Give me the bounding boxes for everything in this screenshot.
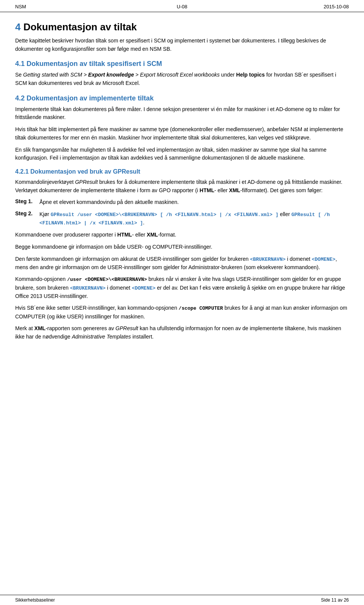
note1-html: HTML — [117, 232, 132, 238]
header-center: U-08 — [126, 4, 237, 9]
note4: Kommando-opsjonen /user <DOMENE>\<BRUKER… — [15, 275, 349, 300]
note6-xml: XML — [35, 325, 46, 331]
note3-brukernavn: <BRUKERNAVN> — [250, 257, 286, 262]
step-1: Steg 1. Åpne et elevert kommandovindu på… — [15, 198, 349, 207]
note1-xml: XML — [147, 232, 158, 238]
chapter-number: 4 — [15, 21, 20, 33]
scm-getting-started: Getting started with SCM > Export knowle… — [23, 72, 220, 78]
note5: Hvis SB´ene ikke setter USER-innstilling… — [15, 304, 349, 321]
step2-code1: GPResult /user <DOMENE>\<BRUKERNAVN> [ /… — [51, 212, 279, 218]
note3-domene: <DOMENE> — [312, 257, 335, 262]
chapter-title: Dokumentasjon av tiltak — [24, 21, 137, 33]
section-421-number: 4.2.1 — [15, 168, 29, 175]
section-42-heading: 4.2 Dokumentasjon av implementerte tilta… — [15, 94, 349, 102]
note6-templates: Administrative Templates — [72, 334, 131, 340]
footer-right: Side 11 av 26 — [182, 597, 349, 603]
section-421-intro: Kommandolinjeverktøyet GPResult brukes f… — [15, 178, 349, 194]
header-right: 2015-10-08 — [238, 4, 349, 9]
section-42-para3: En slik framgangsmåte har muligheten til… — [15, 146, 349, 162]
chapter-heading: 4 Dokumentasjon av tiltak — [15, 21, 349, 33]
step-1-text: Åpne et elevert kommandovindu på den akt… — [39, 198, 349, 207]
note4-option: /user <DOMENE>\<BRUKERNAVN> — [67, 277, 147, 282]
help-topics: Help topics — [236, 72, 265, 78]
footer-left: Sikkerhetsbaseliner — [15, 597, 182, 603]
section-41-body: Se Getting started with SCM > Export kno… — [15, 71, 349, 87]
note1: Kommandoene over produserer rapporter i … — [15, 231, 349, 239]
section-42-number: 4.2 — [15, 94, 25, 102]
page-header: NSM U-08 2015-10-08 — [0, 0, 364, 12]
step-2-label: Steg 2. — [15, 210, 38, 216]
page-footer: Sikkerhetsbaseliner Side 11 av 26 — [0, 595, 364, 605]
html-bold-intro: HTML — [199, 187, 214, 193]
note4-brukernavn: <BRUKERNAVN> — [70, 285, 106, 291]
xml-bold-intro: XML — [229, 187, 240, 193]
section-41-heading: 4.1 Dokumentasjon av tiltak spesifisert … — [15, 60, 349, 68]
note2: Begge kommandoene gir informasjon om båd… — [15, 243, 349, 251]
section-42-title: Dokumentasjon av implementerte tiltak — [27, 94, 154, 102]
page: NSM U-08 2015-10-08 4 Dokumentasjon av t… — [0, 0, 364, 605]
note3: Den første kommandoen gir informasjon om… — [15, 255, 349, 272]
step-1-label: Steg 1. — [15, 198, 38, 204]
header-left: NSM — [15, 4, 126, 9]
step-2: Steg 2. Kjør GPResult /user <DOMENE>\<BR… — [15, 210, 349, 227]
step-2-text: Kjør GPResult /user <DOMENE>\<BRUKERNAVN… — [39, 210, 349, 227]
note6-gpresult: GPResult — [116, 325, 138, 331]
gpresult-italic: GPResult — [75, 179, 98, 185]
chapter-intro: Dette kapittelet beskriver hvordan tilta… — [15, 37, 349, 53]
section-41-title: Dokumentasjon av tiltak spesifisert i SC… — [27, 60, 162, 67]
note6: Merk at XML-rapporten som genereres av G… — [15, 324, 349, 341]
note4-domene: <DOMENE> — [132, 285, 155, 291]
section-421-title: Dokumentasjon ved bruk av GPResult — [30, 168, 140, 175]
section-41-number: 4.1 — [15, 60, 25, 67]
section-42-para2: Hvis tiltak har blitt implementert på fl… — [15, 125, 349, 142]
note5-option: /scope COMPUTER — [179, 306, 223, 311]
section-42-para1: Implementerte tiltak kan dokumenteres på… — [15, 105, 349, 122]
section-421-heading: 4.2.1 Dokumentasjon ved bruk av GPResult — [15, 168, 349, 175]
export-knowledge: Export knowledge — [88, 72, 134, 78]
main-content: 4 Dokumentasjon av tiltak Dette kapittel… — [0, 12, 364, 353]
